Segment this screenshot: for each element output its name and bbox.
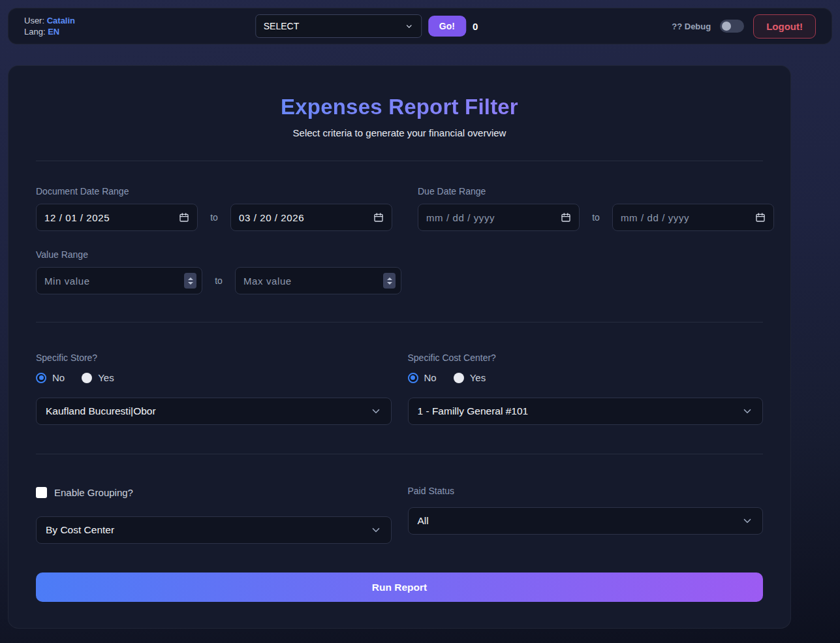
- specific-cost-center-label: Specific Cost Center?: [408, 353, 764, 363]
- spinner-down-icon[interactable]: [387, 282, 392, 285]
- paid-status-block: Paid Status All: [408, 486, 764, 544]
- calendar-icon[interactable]: [373, 212, 384, 223]
- due-date-label: Due Date Range: [418, 186, 774, 196]
- cost-center-select-value: 1 - Familly General #101: [418, 405, 529, 417]
- store-section: Specific Store? No Yes Kaufland Bucurest…: [36, 353, 763, 425]
- report-select[interactable]: SELECT: [255, 14, 422, 38]
- chevron-down-icon: [741, 515, 753, 527]
- counter-value: 0: [473, 21, 478, 32]
- divider: [36, 454, 763, 454]
- user-info: User: Catalin Lang: EN: [24, 15, 75, 37]
- due-date-from-placeholder: mm / dd / yyyy: [426, 212, 495, 223]
- cost-center-radio-yes-label: Yes: [470, 372, 486, 383]
- user-line: User: Catalin: [24, 15, 75, 26]
- calendar-icon[interactable]: [179, 212, 189, 223]
- chevron-down-icon: [370, 405, 382, 417]
- logout-button[interactable]: Logout!: [753, 14, 816, 39]
- max-value-placeholder: Max value: [243, 275, 292, 287]
- spinner-up-icon[interactable]: [387, 277, 392, 280]
- grouping-section: Enable Grouping? By Cost Center Paid Sta…: [36, 486, 763, 544]
- chevron-down-icon: [405, 22, 413, 31]
- spinner-down-icon[interactable]: [188, 282, 193, 285]
- debug-label: ?? Debug: [672, 22, 711, 31]
- divider: [36, 322, 763, 322]
- doc-date-from-value: 12 / 01 / 2025: [44, 212, 110, 223]
- document-date-block: Document Date Range 12 / 01 / 2025 to 03…: [36, 186, 401, 231]
- doc-date-from-input[interactable]: 12 / 01 / 2025: [36, 204, 198, 231]
- min-value-input[interactable]: Min value: [36, 267, 202, 294]
- user-value: Catalin: [47, 16, 75, 25]
- store-radio-yes-label: Yes: [98, 372, 114, 383]
- user-label: User:: [24, 16, 44, 25]
- document-date-label: Document Date Range: [36, 186, 401, 196]
- go-button[interactable]: Go!: [428, 16, 466, 37]
- checkbox-icon: [36, 487, 47, 498]
- store-radio-no-label: No: [52, 372, 65, 383]
- lang-value: EN: [48, 27, 59, 37]
- to-label: to: [580, 212, 612, 223]
- to-label: to: [202, 275, 235, 286]
- radio-unselected-icon: [454, 373, 464, 383]
- radio-selected-icon: [36, 373, 46, 383]
- expenses-filter-card: Expenses Report Filter Select criteria t…: [8, 65, 791, 629]
- number-spinner[interactable]: [184, 273, 196, 289]
- left-column: Document Date Range 12 / 01 / 2025 to 03…: [36, 186, 401, 294]
- divider: [36, 161, 763, 161]
- due-date-to-input[interactable]: mm / dd / yyyy: [612, 204, 774, 231]
- paid-status-label: Paid Status: [408, 486, 764, 496]
- toggle-knob-icon: [722, 22, 731, 31]
- lang-line: Lang: EN: [24, 26, 75, 37]
- cost-center-radio-yes[interactable]: Yes: [454, 372, 486, 383]
- grouping-block: Enable Grouping? By Cost Center: [36, 486, 392, 544]
- radio-selected-icon: [408, 373, 418, 383]
- doc-date-to-value: 03 / 20 / 2026: [239, 212, 304, 223]
- chevron-down-icon: [741, 405, 753, 417]
- topbar: User: Catalin Lang: EN SELECT Go! 0 ?? D…: [8, 8, 832, 44]
- value-range-label: Value Range: [36, 249, 401, 260]
- date-range-section: Document Date Range 12 / 01 / 2025 to 03…: [36, 186, 763, 294]
- due-date-from-input[interactable]: mm / dd / yyyy: [418, 204, 580, 231]
- value-range-block: Value Range Min value to Max value: [36, 249, 401, 294]
- min-value-placeholder: Min value: [44, 275, 90, 287]
- debug-toggle[interactable]: [720, 20, 744, 33]
- enable-grouping-label: Enable Grouping?: [54, 487, 133, 498]
- calendar-icon[interactable]: [561, 212, 571, 223]
- page-subtitle: Select criteria to generate your financi…: [36, 127, 763, 138]
- calendar-icon[interactable]: [755, 212, 766, 223]
- store-radio-group: No Yes: [36, 372, 392, 383]
- page-title: Expenses Report Filter: [36, 95, 763, 119]
- radio-unselected-icon: [82, 373, 92, 383]
- store-radio-yes[interactable]: Yes: [82, 372, 114, 383]
- specific-store-block: Specific Store? No Yes Kaufland Bucurest…: [36, 353, 392, 425]
- topbar-right: ?? Debug Logout!: [672, 14, 816, 39]
- max-value-input[interactable]: Max value: [235, 267, 401, 294]
- grouping-select-value: By Cost Center: [46, 524, 114, 536]
- due-date-block: Due Date Range mm / dd / yyyy to mm / dd…: [418, 186, 774, 231]
- doc-date-to-input[interactable]: 03 / 20 / 2026: [230, 204, 392, 231]
- paid-status-select-value: All: [418, 515, 429, 527]
- cost-center-select[interactable]: 1 - Familly General #101: [408, 398, 764, 425]
- right-column: Due Date Range mm / dd / yyyy to mm / dd…: [418, 186, 774, 294]
- specific-cost-center-block: Specific Cost Center? No Yes 1 - Familly…: [408, 353, 764, 425]
- cost-center-radio-no[interactable]: No: [408, 372, 437, 383]
- due-date-to-placeholder: mm / dd / yyyy: [621, 212, 689, 223]
- spinner-up-icon[interactable]: [188, 277, 193, 280]
- number-spinner[interactable]: [383, 273, 396, 289]
- report-select-value: SELECT: [264, 21, 299, 31]
- cost-center-radio-group: No Yes: [408, 372, 764, 383]
- chevron-down-icon: [370, 524, 382, 536]
- grouping-select[interactable]: By Cost Center: [36, 516, 392, 544]
- cost-center-radio-no-label: No: [424, 372, 437, 383]
- paid-status-select[interactable]: All: [408, 507, 764, 535]
- topbar-center: SELECT Go! 0: [255, 14, 478, 38]
- store-select-value: Kaufland Bucuresti|Obor: [46, 405, 156, 417]
- enable-grouping-checkbox[interactable]: Enable Grouping?: [36, 486, 392, 499]
- run-report-button[interactable]: Run Report: [36, 572, 763, 602]
- lang-label: Lang:: [24, 27, 46, 37]
- store-radio-no[interactable]: No: [36, 372, 65, 383]
- store-select[interactable]: Kaufland Bucuresti|Obor: [36, 398, 392, 425]
- to-label: to: [198, 212, 230, 223]
- specific-store-label: Specific Store?: [36, 353, 392, 363]
